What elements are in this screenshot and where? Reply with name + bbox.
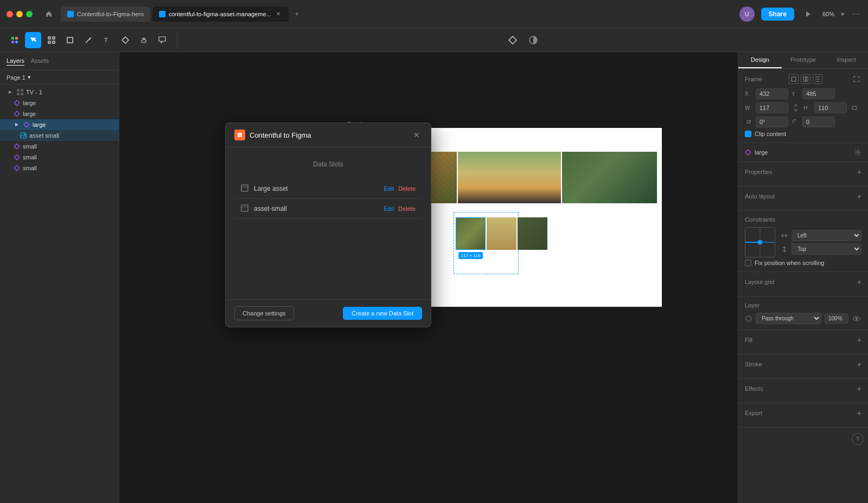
resize-to-fit-icon[interactable] <box>852 74 861 84</box>
y-input[interactable] <box>802 88 835 99</box>
pen-tool[interactable] <box>80 32 97 48</box>
frame-expand-icon <box>7 88 14 96</box>
frame-extra-buttons <box>852 74 861 84</box>
component-expand-icon <box>13 121 21 128</box>
fill-add-icon[interactable]: + <box>857 336 861 344</box>
layout-grid-add-icon[interactable]: + <box>857 278 861 286</box>
page-selector[interactable]: Page 1 ▾ <box>0 70 119 85</box>
new-tab-button[interactable]: + <box>291 7 303 22</box>
section-stroke: Stroke + <box>738 354 868 379</box>
properties-add-icon[interactable]: + <box>857 167 861 176</box>
zoom-dropdown-icon[interactable]: ▾ <box>841 10 844 18</box>
h-input[interactable] <box>814 102 847 113</box>
text-tool[interactable]: T <box>99 32 115 48</box>
change-settings-button[interactable]: Change settings <box>234 306 294 320</box>
layer-small2[interactable]: small <box>0 152 119 163</box>
blend-mode-select[interactable]: Pass through Normal Darken Multiply Ligh… <box>756 313 821 324</box>
present-button[interactable] <box>801 7 816 22</box>
slot-2-delete[interactable]: Delete <box>398 205 416 212</box>
fix-position-checkbox[interactable] <box>745 260 751 266</box>
layer-large1-label: large <box>23 100 36 106</box>
shape-tool[interactable] <box>62 32 78 48</box>
layer-small3[interactable]: small <box>0 163 119 173</box>
constraint-h-select[interactable]: Left Right Center Left & Right Scale <box>792 230 861 241</box>
section-fill: Fill + <box>738 330 868 354</box>
create-slot-button[interactable]: Create a new Data Slot <box>343 307 422 320</box>
select-tool[interactable] <box>25 32 41 48</box>
layer-small1[interactable]: small <box>0 141 119 152</box>
image-cell-3 <box>562 152 657 203</box>
tab-2-close[interactable]: ✕ <box>275 10 282 18</box>
layer-asset-small[interactable]: asset small <box>0 130 119 141</box>
avatar: U <box>739 7 755 22</box>
clip-content-checkbox[interactable] <box>745 131 751 137</box>
slot-2-edit[interactable]: Edit <box>384 205 394 212</box>
section-layer: Layer Pass through Normal Darken Multipl… <box>738 296 868 330</box>
tab-design[interactable]: Design <box>738 52 782 68</box>
svg-rect-24 <box>806 77 808 81</box>
tab-assets[interactable]: Assets <box>31 56 49 66</box>
export-title: Export <box>745 410 762 416</box>
properties-title: Properties <box>745 169 772 175</box>
tab-2[interactable]: contentful-to-figma-asset-manageme... ✕ <box>152 7 289 22</box>
stroke-add-icon[interactable]: + <box>857 360 861 369</box>
export-add-icon[interactable]: + <box>857 409 861 417</box>
slot-1-edit[interactable]: Edit <box>384 185 394 192</box>
home-icon[interactable] <box>41 7 56 22</box>
layout-grid-header: Layout grid + <box>745 278 861 286</box>
canvas[interactable]: TV - 1 117 × 110 <box>119 52 738 503</box>
auto-layout-add-icon[interactable]: + <box>857 192 861 201</box>
help-button[interactable]: ? <box>852 433 864 445</box>
menu-button[interactable]: ⋯ <box>851 9 861 20</box>
effects-add-icon[interactable]: + <box>857 384 861 393</box>
figma-menu-button[interactable] <box>7 32 23 48</box>
component-tool[interactable] <box>117 32 133 48</box>
tab-1[interactable]: Contentful-to-Figma-hero <box>61 7 150 22</box>
constraints-header: Constraints <box>745 216 861 223</box>
auto-layout-header: Auto layout + <box>745 192 861 201</box>
dialog-close-button[interactable]: ✕ <box>411 130 422 140</box>
layer-blend-row: Pass through Normal Darken Multiply Ligh… <box>745 313 861 324</box>
svg-rect-3 <box>11 41 14 43</box>
constraint-v-select[interactable]: Top Bottom Center Top & Bottom Scale <box>792 243 861 255</box>
section-effects: Effects + <box>738 379 868 403</box>
share-button[interactable]: Share <box>761 8 794 21</box>
tab-layers[interactable]: Layers <box>7 56 24 66</box>
component-settings-icon[interactable] <box>854 149 861 156</box>
w-input[interactable] <box>756 102 788 113</box>
constraints-title: Constraints <box>745 216 775 223</box>
frame-view-3[interactable] <box>813 74 822 84</box>
x-label: X <box>745 91 752 97</box>
hand-tool[interactable] <box>136 32 152 48</box>
layer-tv1[interactable]: TV - 1 <box>0 87 119 98</box>
frame-view-2[interactable] <box>801 74 810 84</box>
tab-inspect[interactable]: Inspect <box>825 52 868 68</box>
layer-large2[interactable]: large <box>0 108 119 119</box>
layer-large1[interactable]: large <box>0 98 119 108</box>
frame-view-1[interactable] <box>789 74 799 84</box>
corner-radius-input[interactable] <box>802 117 835 127</box>
maximize-button[interactable] <box>26 11 33 17</box>
slot-1-delete[interactable]: Delete <box>398 185 416 192</box>
opacity-input[interactable] <box>825 313 848 324</box>
visibility-toggle[interactable] <box>852 314 861 324</box>
layer-large3[interactable]: large <box>0 119 119 130</box>
small-img-1: 117 × 110 <box>456 217 486 250</box>
zoom-level[interactable]: 60% <box>822 11 834 17</box>
x-input[interactable] <box>756 88 788 99</box>
tab-prototype[interactable]: Prototype <box>782 52 825 68</box>
comment-tool[interactable] <box>154 32 170 48</box>
size-badge: 117 × 110 <box>458 252 483 259</box>
frame-tool[interactable] <box>43 32 60 48</box>
plugin-icon[interactable] <box>508 35 518 45</box>
constrain-proportions-icon[interactable] <box>850 104 859 112</box>
color-adjust-icon[interactable] <box>528 35 538 45</box>
rotation-input[interactable] <box>756 117 788 127</box>
svg-point-29 <box>856 318 858 320</box>
svg-marker-0 <box>806 11 810 17</box>
fill-title: Fill <box>745 337 752 343</box>
minimize-button[interactable] <box>16 11 23 17</box>
link-wh-icon[interactable] <box>792 104 800 112</box>
export-header: Export + <box>745 409 861 417</box>
close-button[interactable] <box>7 11 13 17</box>
